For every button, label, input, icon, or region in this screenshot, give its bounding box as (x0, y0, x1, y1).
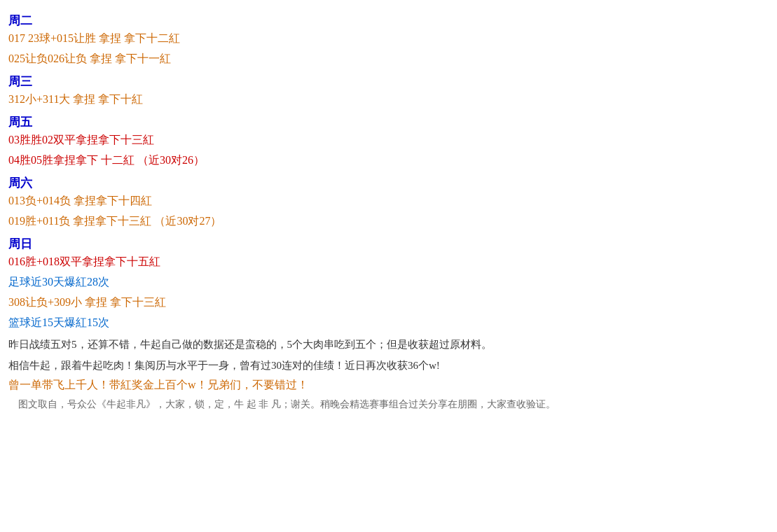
day-label-sunday: 周日 (8, 236, 769, 252)
day-label-saturday: 周六 (8, 175, 769, 191)
footer-indent (8, 399, 18, 410)
saturday-line-1: 013负+014负 拿捏拿下十四紅 (8, 194, 769, 209)
sunday-line-2: 足球近30天爆紅28次 (8, 275, 769, 290)
day-tuesday: 周二 017 23球+015让胜 拿捏 拿下十二紅 025让负026让负 拿捏 … (8, 13, 769, 66)
wednesday-line-1: 312小+311大 拿捏 拿下十紅 (8, 92, 769, 107)
day-label-tuesday: 周二 (8, 13, 769, 29)
sunday-line-3: 308让负+309小 拿捏 拿下十三紅 (8, 295, 769, 310)
footer-text: 图文取自，号众公《牛起非凡》，大家，锁，定，牛 起 非 凡；谢关。稍晚会精选赛事… (8, 397, 769, 412)
friday-line-2: 04胜05胜拿捏拿下 十二紅 （近30对26） (8, 153, 769, 168)
info-line-1: 昨日战绩五对5，还算不错，牛起自己做的数据还是蛮稳的，5个大肉串吃到五个；但是收… (8, 336, 769, 353)
info-line-2: 相信牛起，跟着牛起吃肉！集阅历与水平于一身，曾有过30连对的佳绩！近日再次收获3… (8, 357, 769, 374)
tuesday-line-2: 025让负026让负 拿捏 拿下十一紅 (8, 52, 769, 66)
friday-line-1: 03胜胜02双平拿捏拿下十三紅 (8, 133, 769, 148)
sunday-line-4: 篮球近15天爆紅15次 (8, 316, 769, 330)
saturday-line-2: 019胜+011负 拿捏拿下十三紅 （近30对27） (8, 214, 769, 229)
tuesday-line-1: 017 23球+015让胜 拿捏 拿下十二紅 (8, 31, 769, 46)
sunday-line-1: 016胜+018双平拿捏拿下十五紅 (8, 255, 769, 270)
day-label-wednesday: 周三 (8, 74, 769, 90)
main-content: 周二 017 23球+015让胜 拿捏 拿下十二紅 025让负026让负 拿捏 … (8, 13, 769, 412)
day-saturday: 周六 013负+014负 拿捏拿下十四紅 019胜+011负 拿捏拿下十三紅 （… (8, 175, 769, 229)
day-wednesday: 周三 312小+311大 拿捏 拿下十紅 (8, 74, 769, 107)
footer-content: 图文取自，号众公《牛起非凡》，大家，锁，定，牛 起 非 凡；谢关。稍晚会精选赛事… (18, 399, 556, 410)
day-friday: 周五 03胜胜02双平拿捏拿下十三紅 04胜05胜拿捏拿下 十二紅 （近30对2… (8, 114, 769, 168)
info-block: 昨日战绩五对5，还算不错，牛起自己做的数据还是蛮稳的，5个大肉串吃到五个；但是收… (8, 336, 769, 374)
day-label-friday: 周五 (8, 114, 769, 130)
highlight-text: 曾一单带飞上千人！带紅奖金上百个w！兄弟们，不要错过！ (8, 378, 769, 393)
day-sunday: 周日 016胜+018双平拿捏拿下十五紅 足球近30天爆紅28次 308让负+3… (8, 236, 769, 330)
